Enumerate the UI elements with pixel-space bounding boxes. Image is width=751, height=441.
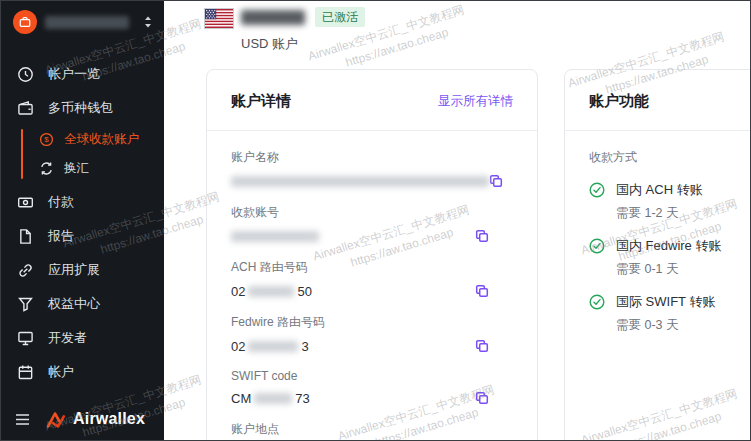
- copy-icon: [489, 174, 503, 188]
- app-window: 帐户一览 多币种钱包 $: [0, 0, 751, 441]
- copy-icon: [475, 339, 489, 353]
- coin-dollar-icon: $: [38, 132, 54, 147]
- capability-duration: 需要 0-1 天: [616, 261, 721, 278]
- collapse-sidebar-button[interactable]: [15, 413, 30, 426]
- copy-button[interactable]: [475, 391, 489, 405]
- sidebar-item-developer[interactable]: 开发者: [1, 321, 164, 355]
- sidebar-item-label: 全球收款账户: [64, 131, 139, 148]
- sidebar-item-label: 换汇: [64, 160, 89, 177]
- funnel-icon: [16, 296, 34, 313]
- chevron-updown-icon: [142, 14, 154, 30]
- sidebar-item-reports[interactable]: 报告: [1, 219, 164, 253]
- field-label: ACH 路由号码: [231, 259, 513, 276]
- calendar-icon: [16, 364, 34, 381]
- sidebar-item-account[interactable]: 帐户: [1, 355, 164, 389]
- us-flag-icon: [204, 8, 234, 29]
- account-details-card: 账户详情 显示所有详情 账户名称 收款账号: [206, 69, 538, 441]
- airwallex-logomark-icon: [46, 411, 66, 428]
- sidebar-item-benefits-center[interactable]: 权益中心: [1, 287, 164, 321]
- copy-button[interactable]: [475, 339, 489, 353]
- check-circle-icon: [589, 182, 605, 222]
- monitor-icon: [16, 330, 34, 347]
- copy-button[interactable]: [475, 229, 489, 243]
- copy-icon: [475, 229, 489, 243]
- copy-icon: [475, 391, 489, 405]
- sidebar-nav: 帐户一览 多币种钱包 $: [1, 57, 164, 389]
- svg-text:$: $: [44, 135, 49, 144]
- link-icon: [16, 262, 34, 279]
- account-switcher[interactable]: [1, 1, 164, 43]
- sidebar-item-account-overview[interactable]: 帐户一览: [1, 57, 164, 91]
- field-account-name: 账户名称: [231, 149, 513, 189]
- capability-ach: 国内 ACH 转账 需要 1-2 天: [589, 181, 751, 222]
- check-circle-icon: [589, 294, 605, 334]
- field-label: Fedwire 路由号码: [231, 314, 513, 331]
- field-value-redacted: [231, 231, 319, 242]
- active-section-rail: [21, 129, 23, 179]
- field-fedwire-routing: Fedwire 路由号码 023: [231, 314, 513, 354]
- capability-duration: 需要 1-2 天: [616, 205, 703, 222]
- banknote-icon: [16, 194, 34, 211]
- sidebar-item-label: 帐户一览: [48, 65, 100, 83]
- sidebar-item-exchange[interactable]: 换汇: [1, 154, 164, 183]
- wallet-submenu: $ 全球收款账户 换汇: [1, 125, 164, 183]
- field-swift-code: SWIFT code CM73: [231, 369, 513, 406]
- copy-icon: [475, 284, 489, 298]
- check-circle-icon: [589, 238, 605, 278]
- account-capabilities-card: 账户功能 收款方式 国内 ACH 转账 需要 1-2 天: [564, 69, 751, 441]
- clock-icon: [16, 66, 34, 83]
- logo-wordmark: Airwallex: [73, 410, 145, 428]
- account-name-redacted: [45, 16, 129, 29]
- sidebar-item-label: 开发者: [48, 329, 87, 347]
- capability-swift: 国际 SWIFT 转账 需要 0-3 天: [589, 293, 751, 334]
- sidebar-item-label: 帐户: [48, 363, 74, 381]
- sidebar-item-label: 报告: [48, 227, 74, 245]
- sidebar-item-label: 应用扩展: [48, 261, 100, 279]
- account-title-redacted: [241, 10, 305, 25]
- card-title: 账户详情: [231, 92, 291, 111]
- sidebar-item-payments[interactable]: 付款: [1, 185, 164, 219]
- sidebar-footer: Airwallex: [1, 400, 164, 440]
- capability-label: 国内 Fedwire 转账: [616, 237, 721, 255]
- sidebar-item-app-extensions[interactable]: 应用扩展: [1, 253, 164, 287]
- airwallex-logo: Airwallex: [46, 410, 145, 428]
- capability-fedwire: 国内 Fedwire 转账 需要 0-1 天: [589, 237, 751, 278]
- field-value-redacted: [231, 176, 489, 187]
- field-label: SWIFT code: [231, 369, 513, 383]
- sidebar-item-label: 付款: [48, 193, 74, 211]
- field-label: 账户名称: [231, 149, 513, 166]
- field-value-partial: 0250: [231, 284, 312, 299]
- section-label: 收款方式: [589, 149, 751, 166]
- field-value-partial: 023: [231, 339, 309, 354]
- exchange-arrows-icon: [38, 161, 54, 176]
- sidebar-item-label: 权益中心: [48, 295, 100, 313]
- divider: [207, 130, 537, 131]
- sidebar-item-global-accounts[interactable]: $ 全球收款账户: [1, 125, 164, 154]
- card-title: 账户功能: [589, 92, 649, 111]
- field-ach-routing: ACH 路由号码 0250: [231, 259, 513, 299]
- field-account-location: 账户地点 美国: [231, 421, 513, 441]
- status-badge: 已激活: [315, 7, 365, 27]
- account-subtitle: USD 账户: [241, 35, 365, 53]
- capability-duration: 需要 0-3 天: [616, 317, 715, 334]
- sidebar-item-multicurrency-wallet[interactable]: 多币种钱包: [1, 91, 164, 125]
- capability-label: 国内 ACH 转账: [616, 181, 703, 199]
- sidebar-item-label: 多币种钱包: [48, 99, 113, 117]
- wallet-icon: [16, 100, 34, 117]
- sidebar: 帐户一览 多币种钱包 $: [1, 1, 164, 440]
- page-header: 已激活 USD 账户: [204, 7, 365, 53]
- divider: [565, 130, 751, 131]
- field-account-number: 收款账号: [231, 204, 513, 244]
- account-avatar-icon: [13, 10, 37, 34]
- field-value-partial: CM73: [231, 391, 310, 406]
- document-icon: [16, 228, 34, 245]
- copy-button[interactable]: [489, 174, 503, 188]
- field-label: 收款账号: [231, 204, 513, 221]
- main-content: 已激活 USD 账户 账户详情 显示所有详情 账户名称: [164, 1, 750, 440]
- copy-button[interactable]: [475, 284, 489, 298]
- show-all-details-link[interactable]: 显示所有详情: [438, 93, 513, 110]
- field-label: 账户地点: [231, 421, 513, 438]
- capability-label: 国际 SWIFT 转账: [616, 293, 715, 311]
